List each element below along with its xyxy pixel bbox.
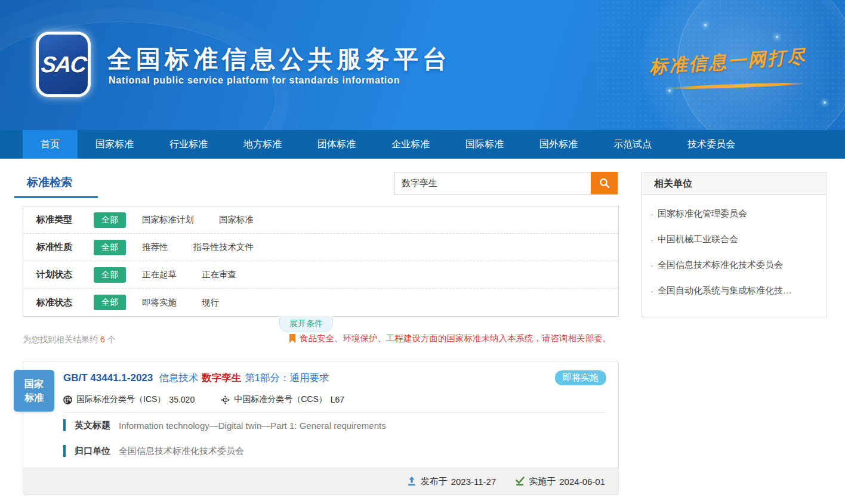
standard-title-part2[interactable]: 第1部分：通用要求 bbox=[245, 372, 329, 385]
english-title-value: Information technology—Digital twin—Part… bbox=[119, 420, 386, 431]
search-input[interactable] bbox=[394, 172, 591, 194]
nav-item-enterprise-standards[interactable]: 企业标准 bbox=[374, 130, 448, 159]
filter-option[interactable]: 现行 bbox=[202, 297, 219, 308]
implement-date: 2024-06-01 bbox=[559, 477, 605, 487]
site-title: 全国标准信息公共服务平台 bbox=[107, 43, 451, 76]
filter-label: 计划状态 bbox=[36, 269, 94, 280]
publish-date-group: 发布于 2023-11-27 bbox=[407, 476, 496, 487]
standard-code-link[interactable]: GB/T 43441.1-2023 bbox=[63, 372, 153, 384]
card-divider bbox=[63, 412, 605, 413]
related-units-panel: 相关单位 ·国家标准化管理委员会 ·中国机械工业联合会 ·全国信息技术标准化技术… bbox=[642, 172, 827, 317]
standard-title-part1[interactable]: 信息技术 bbox=[159, 372, 198, 385]
results-count: 6 bbox=[100, 335, 105, 344]
ics-label: 国际标准分类号（ICS） bbox=[76, 394, 165, 405]
type-badge-line2: 标准 bbox=[14, 391, 54, 404]
nav-item-national-standards[interactable]: 国家标准 bbox=[78, 130, 152, 159]
related-unit-item[interactable]: ·全国自动化系统与集成标准化技… bbox=[650, 278, 818, 304]
type-badge-line1: 国家 bbox=[14, 377, 54, 391]
related-unit-item[interactable]: ·全国信息技术标准化技术委员会 bbox=[650, 252, 818, 278]
nav-item-foreign-standards[interactable]: 国外标准 bbox=[522, 130, 596, 159]
filter-label: 标准状态 bbox=[36, 297, 94, 308]
teal-bar bbox=[63, 419, 66, 431]
nav-item-local-standards[interactable]: 地方标准 bbox=[226, 130, 300, 159]
english-title-label: 英文标题 bbox=[75, 420, 110, 431]
filter-all-button[interactable]: 全部 bbox=[94, 240, 126, 255]
decor-dot bbox=[824, 101, 826, 104]
results-summary: 为您找到相关结果约6个 bbox=[23, 335, 116, 345]
bullet-dot: · bbox=[650, 260, 653, 270]
filter-option[interactable]: 推荐性 bbox=[142, 242, 168, 253]
publish-label: 发布于 bbox=[421, 476, 448, 487]
teal-bar bbox=[63, 445, 66, 457]
search-icon bbox=[599, 177, 610, 189]
compass-cross-icon bbox=[221, 395, 230, 404]
page-title-underline bbox=[14, 196, 98, 198]
filter-panel: 标准类型 全部 国家标准计划 国家标准 标准性质 全部 推荐性 指导性技术文件 … bbox=[23, 206, 619, 317]
standard-type-badge: 国家 标准 bbox=[14, 370, 54, 412]
related-units-title: 相关单位 bbox=[642, 172, 826, 195]
standard-title: GB/T 43441.1-2023 信息技术 数字孪生 第1部分：通用要求 bbox=[63, 372, 547, 385]
nav-item-group-standards[interactable]: 团体标准 bbox=[300, 130, 374, 159]
dept-row: 归口单位 全国信息技术标准化技术委员会 bbox=[63, 445, 244, 457]
filter-all-button[interactable]: 全部 bbox=[94, 295, 126, 310]
filter-all-button[interactable]: 全部 bbox=[94, 267, 126, 283]
implement-label: 实施于 bbox=[529, 476, 556, 487]
nav-item-technical-committee[interactable]: 技术委员会 bbox=[670, 130, 753, 159]
ics-value: 35.020 bbox=[169, 395, 195, 404]
related-unit-item[interactable]: ·国家标准化管理委员会 bbox=[650, 201, 818, 227]
results-summary-suffix: 个 bbox=[107, 335, 116, 344]
ccs-value: L67 bbox=[331, 395, 344, 404]
related-unit-label: 中国机械工业联合会 bbox=[658, 234, 738, 245]
filter-option[interactable]: 正在起草 bbox=[142, 269, 177, 280]
search-bar bbox=[394, 172, 618, 194]
related-units-list: ·国家标准化管理委员会 ·中国机械工业联合会 ·全国信息技术标准化技术委员会 ·… bbox=[642, 195, 826, 304]
filter-label: 标准性质 bbox=[36, 242, 94, 253]
system-notice: 食品安全、环境保护、工程建设方面的国家标准未纳入本系统，请咨询相关部委。 bbox=[289, 333, 611, 344]
bullet-dot: · bbox=[650, 234, 653, 245]
filter-row-plan-status: 计划状态 全部 正在起草 正在审查 bbox=[23, 261, 618, 289]
decor-dot bbox=[776, 36, 778, 38]
check-icon bbox=[515, 477, 525, 486]
filter-label: 标准类型 bbox=[36, 214, 94, 225]
english-title-row: 英文标题 Information technology—Digital twin… bbox=[63, 419, 386, 431]
related-unit-label: 国家标准化管理委员会 bbox=[658, 208, 747, 219]
filter-row-standard-type: 标准类型 全部 国家标准计划 国家标准 bbox=[23, 206, 618, 234]
bullet-dot: · bbox=[650, 209, 653, 219]
filter-all-button[interactable]: 全部 bbox=[94, 212, 126, 228]
filter-option[interactable]: 正在审查 bbox=[202, 269, 236, 280]
filter-option[interactable]: 即将实施 bbox=[142, 297, 177, 308]
implement-date-group: 实施于 2024-06-01 bbox=[515, 476, 605, 487]
filter-row-standard-status: 标准状态 全部 即将实施 现行 bbox=[23, 289, 618, 316]
results-summary-prefix: 为您找到相关结果约 bbox=[23, 335, 98, 344]
nav-item-pilot[interactable]: 示范试点 bbox=[596, 130, 670, 159]
filter-option[interactable]: 指导性技术文件 bbox=[193, 242, 254, 253]
top-banner: SAC 全国标准信息公共服务平台 National public service… bbox=[0, 0, 845, 130]
expand-conditions-button[interactable]: 展开条件 bbox=[279, 316, 333, 332]
result-card: 国家 标准 GB/T 43441.1-2023 信息技术 数字孪生 第1部分：通… bbox=[23, 361, 619, 495]
dept-label: 归口单位 bbox=[75, 446, 110, 457]
related-unit-item[interactable]: ·中国机械工业联合会 bbox=[650, 227, 818, 252]
upload-icon bbox=[407, 477, 417, 486]
sac-logo[interactable]: SAC bbox=[36, 32, 91, 97]
status-badge: 即将实施 bbox=[555, 370, 606, 385]
globe-icon bbox=[63, 395, 72, 404]
bookmark-icon bbox=[289, 334, 296, 344]
decor-dot bbox=[668, 89, 671, 92]
nav-item-home[interactable]: 首页 bbox=[23, 130, 78, 159]
main-nav: 首页 国家标准 行业标准 地方标准 团体标准 企业标准 国际标准 国外标准 示范… bbox=[0, 130, 845, 159]
bullet-dot: · bbox=[650, 286, 653, 296]
classification-row: 国际标准分类号（ICS） 35.020 中国标准分类号（CCS） L67 bbox=[63, 394, 371, 405]
sac-logo-inner: SAC bbox=[39, 35, 88, 94]
nav-item-industry-standards[interactable]: 行业标准 bbox=[152, 130, 226, 159]
filter-row-standard-nature: 标准性质 全部 推荐性 指导性技术文件 bbox=[23, 234, 618, 261]
standard-title-highlight[interactable]: 数字孪生 bbox=[202, 372, 241, 385]
ccs-label: 中国标准分类号（CCS） bbox=[234, 394, 327, 405]
nav-item-international-standards[interactable]: 国际标准 bbox=[448, 130, 522, 159]
filter-option[interactable]: 国家标准计划 bbox=[142, 214, 194, 225]
card-footer: 发布于 2023-11-27 实施于 2024-06-01 bbox=[23, 468, 618, 494]
publish-date: 2023-11-27 bbox=[451, 477, 496, 487]
filter-option[interactable]: 国家标准 bbox=[219, 214, 254, 225]
related-unit-label: 全国信息技术标准化技术委员会 bbox=[658, 259, 783, 271]
search-button[interactable] bbox=[591, 172, 618, 194]
dept-value: 全国信息技术标准化技术委员会 bbox=[119, 446, 244, 457]
